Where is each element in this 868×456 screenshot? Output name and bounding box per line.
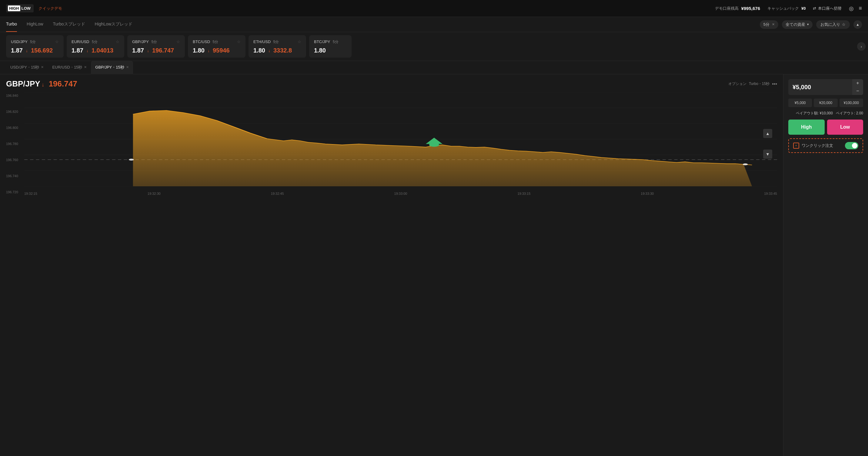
filter-assets-label: 全ての資産 bbox=[785, 22, 805, 27]
price-arrow-icon: ↓ bbox=[208, 48, 210, 53]
low-button[interactable]: Low bbox=[827, 119, 864, 135]
cashback-info: キャッシュバック ¥0 bbox=[767, 6, 806, 11]
one-click-icon: ⌖ bbox=[793, 143, 799, 149]
asset-card-btcusd[interactable]: BTC/USD 5分 ☆ 1.80 ↓ 95946 bbox=[188, 35, 246, 58]
star-icon[interactable]: ☆ bbox=[237, 39, 241, 44]
filter-fav-pill[interactable]: お気に入り ☆ bbox=[816, 20, 850, 29]
y-label-1: 196.840 bbox=[6, 94, 24, 97]
chart-scroll-up-btn[interactable]: ▲ bbox=[763, 129, 772, 138]
price-arrow-icon: ↓ bbox=[268, 48, 270, 53]
asset-card-btcjpy[interactable]: BTC/JPY 5分 1.80 bbox=[309, 35, 351, 58]
asset-pair: GBP/JPY bbox=[132, 39, 149, 44]
asset-timeframe: 5分 bbox=[213, 40, 218, 44]
location-icon[interactable]: ◎ bbox=[849, 5, 854, 12]
y-label-4: 196.780 bbox=[6, 142, 24, 146]
amount-decrease-btn[interactable]: − bbox=[852, 87, 863, 95]
price-value: 3332.8 bbox=[273, 47, 292, 54]
pair-tab-close-icon[interactable]: ✕ bbox=[126, 65, 129, 69]
options-label: オプション bbox=[728, 81, 746, 86]
asset-card-body: 1.80 bbox=[314, 47, 347, 54]
preset-5000-btn[interactable]: ¥5,000 bbox=[788, 98, 812, 107]
star-icon: ☆ bbox=[842, 22, 845, 27]
asset-card-header: BTC/USD 5分 ☆ bbox=[193, 39, 241, 45]
payout-value: 1.80 bbox=[253, 47, 265, 54]
price-arrow-icon: ↓ bbox=[147, 48, 149, 53]
preset-100000-btn[interactable]: ¥100,000 bbox=[839, 98, 863, 107]
asset-card-body: 1.87 ↓ 196.747 bbox=[132, 47, 180, 54]
asset-timeframe: 5分 bbox=[333, 40, 339, 44]
collapse-btn[interactable]: ▲ bbox=[854, 20, 862, 29]
filter-fav-label: お気に入り bbox=[820, 22, 840, 27]
options-sub-label: Turbo・15秒 bbox=[749, 81, 770, 86]
price-arrow-icon: ↓ bbox=[26, 48, 28, 53]
y-label-5: 196.760 bbox=[6, 158, 24, 162]
payout-ratio-value: 2.00 bbox=[856, 111, 863, 115]
quick-demo-label: クイックデモ bbox=[38, 6, 62, 11]
balance-value: ¥995,676 bbox=[741, 6, 760, 11]
filter-time-pill[interactable]: 5分 ✕ bbox=[760, 20, 778, 29]
asset-card-header: ETH/USD 5分 ☆ bbox=[253, 39, 301, 45]
logo[interactable]: HIGH LOW bbox=[6, 4, 34, 12]
menu-icon[interactable]: ≡ bbox=[859, 5, 862, 11]
asset-pair: ETH/USD bbox=[253, 39, 271, 44]
payout-amount-value: ¥10,000 bbox=[820, 111, 833, 115]
options-more-btn[interactable]: ••• bbox=[772, 81, 777, 87]
pair-tab-close-icon[interactable]: ✕ bbox=[41, 65, 44, 69]
asset-cards-row: USD/JPY 5分 ☆ 1.87 ↓ 156.692 EUR/USD 5分 ☆… bbox=[0, 32, 868, 61]
star-icon[interactable]: ☆ bbox=[298, 39, 301, 44]
asset-pair: BTC/JPY bbox=[314, 39, 330, 44]
one-click-label: ワンクリック注文 bbox=[802, 143, 833, 148]
chart-svg bbox=[24, 92, 777, 186]
payout-info: ペイアウト額: ¥10,000 ペイアウト: 2.00 bbox=[788, 111, 863, 116]
pair-tab-eurusd[interactable]: EUR/USD・15秒 ✕ bbox=[48, 61, 91, 74]
asset-card-eurusd[interactable]: EUR/USD 5分 ☆ 1.87 ↓ 1.04013 bbox=[67, 35, 124, 58]
price-value: 156.692 bbox=[31, 47, 53, 54]
amount-buttons: + − bbox=[852, 79, 863, 95]
y-label-7: 196.720 bbox=[6, 190, 24, 194]
pair-tab-usdjpy[interactable]: USD/JPY・15秒 ✕ bbox=[6, 61, 48, 74]
asset-scroll-right-btn[interactable]: › bbox=[857, 42, 866, 51]
tab-turbo-spread[interactable]: Turboスプレッド bbox=[53, 17, 85, 32]
asset-card-gbpjpy[interactable]: GBP/JPY 5分 ☆ 1.87 ↓ 196.747 bbox=[127, 35, 185, 58]
main-tabs-row: Turbo HighLow Turboスプレッド HighLowスプレッド 5分… bbox=[0, 17, 868, 32]
pair-tab-close-icon[interactable]: ✕ bbox=[84, 65, 87, 69]
chart-scroll-down-btn[interactable]: ▼ bbox=[763, 149, 772, 159]
x-label-2: 19:32:30 bbox=[148, 192, 161, 195]
star-icon[interactable]: ☆ bbox=[116, 39, 119, 44]
asset-card-ethusd[interactable]: ETH/USD 5分 ☆ 1.80 ↓ 3332.8 bbox=[249, 35, 306, 58]
payout-value: 1.87 bbox=[11, 47, 23, 54]
payout-value: 1.87 bbox=[71, 47, 83, 54]
price-arrow-icon: ↓ bbox=[86, 48, 89, 53]
toggle-thumb bbox=[852, 143, 858, 148]
asset-card-usdjpy[interactable]: USD/JPY 5分 ☆ 1.87 ↓ 156.692 bbox=[6, 35, 64, 58]
chart-arrow-icon: ↓ bbox=[41, 82, 44, 88]
asset-card-header: BTC/JPY 5分 bbox=[314, 39, 347, 45]
logo-high: HIGH bbox=[8, 5, 20, 11]
x-label-6: 19:33:30 bbox=[641, 192, 654, 195]
asset-timeframe: 5分 bbox=[273, 40, 279, 44]
trade-panel: ¥5,000 + − ¥5,000 ¥20,000 ¥100,000 ペイアウト… bbox=[783, 74, 868, 456]
switch-account-btn[interactable]: ⇄ 本口座へ切替 bbox=[813, 6, 842, 11]
high-button[interactable]: High bbox=[788, 119, 825, 135]
y-label-6: 196.740 bbox=[6, 174, 24, 178]
chevron-up-icon: ▲ bbox=[766, 131, 770, 136]
star-icon[interactable]: ☆ bbox=[176, 39, 180, 44]
star-icon[interactable]: ☆ bbox=[55, 39, 59, 44]
preset-20000-btn[interactable]: ¥20,000 bbox=[814, 98, 837, 107]
asset-timeframe: 5分 bbox=[30, 40, 36, 44]
pair-tab-label: EUR/USD・15秒 bbox=[52, 65, 82, 70]
tab-highlow[interactable]: HighLow bbox=[27, 17, 43, 32]
payout-value: 1.80 bbox=[314, 47, 326, 54]
switch-label: 本口座へ切替 bbox=[818, 6, 842, 11]
tab-turbo[interactable]: Turbo bbox=[6, 17, 17, 32]
amount-increase-btn[interactable]: + bbox=[852, 79, 863, 87]
filter-assets-pill[interactable]: 全ての資産 ▾ bbox=[782, 20, 812, 29]
cashback-value: ¥0 bbox=[801, 6, 806, 10]
tab-highlow-spread[interactable]: HighLowスプレッド bbox=[95, 17, 132, 32]
asset-card-body: 1.80 ↓ 3332.8 bbox=[253, 47, 301, 54]
filter-time-close-icon[interactable]: ✕ bbox=[772, 23, 775, 26]
one-click-toggle[interactable] bbox=[845, 142, 858, 149]
svg-point-9 bbox=[743, 164, 748, 165]
pair-tab-gbpjpy[interactable]: GBP/JPY・15秒 ✕ bbox=[91, 61, 133, 74]
filter-assets-chevron-icon: ▾ bbox=[807, 23, 809, 26]
